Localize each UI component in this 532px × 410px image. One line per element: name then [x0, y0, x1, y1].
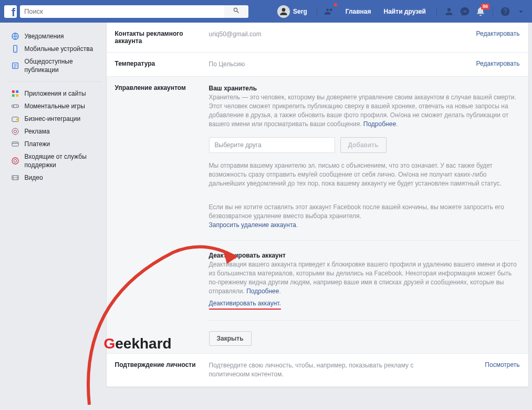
search-input[interactable]	[20, 5, 224, 18]
notifications-icon[interactable]: 86	[474, 5, 487, 18]
notifications-badge: 86	[481, 4, 489, 9]
section-separator	[209, 240, 520, 241]
sidebar-item-label: Мобильные устройства	[25, 45, 93, 53]
sidebar-item-label: Платежи	[25, 140, 50, 148]
apps-icon	[11, 89, 19, 98]
page-container: Уведомления Мобильные устройства Общедос…	[4, 23, 529, 387]
mobile-icon	[11, 45, 19, 53]
row-ad-contacts: Контакты рекламного аккаунта uriq50@gmai…	[107, 23, 528, 53]
svg-rect-6	[16, 90, 18, 93]
sidebar-item-label: Уведомления	[25, 32, 64, 40]
svg-point-10	[16, 106, 17, 106]
edit-link[interactable]: Редактировать	[476, 60, 520, 67]
deactivate-section: Деактивировать аккаунт Деактивация вашег…	[209, 251, 520, 310]
watermark-overlay: Geekhard	[104, 339, 172, 348]
lifebuoy-icon	[11, 157, 19, 165]
sidebar-item-label: Общедоступные публикации	[25, 57, 99, 74]
row-label: Подтверждение личности	[115, 361, 202, 379]
close-row: Geekhard Закрыть	[209, 331, 520, 346]
learn-more-link[interactable]: Подробнее	[246, 288, 279, 295]
search-icon	[233, 7, 240, 16]
sidebar-divider	[8, 81, 102, 82]
close-button[interactable]: Закрыть	[209, 331, 252, 346]
friends-icon[interactable]	[442, 5, 456, 18]
svg-rect-7	[12, 94, 15, 97]
badge	[334, 3, 337, 6]
user-profile-link[interactable]: Serg	[273, 5, 311, 18]
briefcase-icon	[11, 115, 19, 123]
topbar-right: Serg Главная Найти друзей 86	[273, 5, 528, 18]
edit-link[interactable]: Редактировать	[476, 30, 520, 37]
nav-home[interactable]: Главная	[340, 8, 377, 15]
sidebar-item-business[interactable]: Бизнес-интеграции	[8, 112, 102, 125]
messenger-icon[interactable]	[458, 5, 472, 18]
svg-point-3	[15, 51, 15, 52]
globe-icon	[11, 32, 19, 40]
row-label: Температура	[115, 60, 202, 69]
svg-point-15	[14, 130, 16, 132]
sidebar-item-label: Входящие от службы поддержки	[25, 152, 99, 169]
sidebar-item-games[interactable]: Моментальные игры	[8, 100, 102, 112]
manage-account-body: Ваш хранитель Хранитель — это человек, к…	[209, 84, 520, 346]
sidebar-item-label: Бизнес-интеграции	[25, 115, 81, 123]
sidebar-item-label: Реклама	[25, 127, 50, 136]
section-separator	[209, 320, 520, 321]
sidebar-item-apps[interactable]: Приложения и сайты	[8, 87, 102, 100]
row-identity: Подтверждение личности Подтвердите свою …	[107, 354, 528, 387]
svg-rect-5	[12, 90, 15, 93]
top-navbar: f Serg Главная Найти друзей	[0, 0, 532, 23]
divider	[436, 7, 437, 16]
section-desc: Деактивация вашего аккаунта приведет к б…	[209, 260, 520, 296]
choose-friend-row: Добавить	[209, 137, 520, 153]
email-note: Мы отправим вашему хранителю эл. письмо …	[209, 161, 520, 188]
legacy-contact-section: Ваш хранитель Хранитель — это человек, к…	[209, 84, 520, 230]
row-value: По Цельсию	[209, 60, 455, 69]
svg-point-18	[14, 159, 16, 162]
svg-point-14	[12, 128, 18, 135]
facebook-logo[interactable]: f	[4, 5, 17, 18]
sidebar-item-label: Моментальные игры	[25, 102, 85, 110]
svg-rect-16	[12, 142, 18, 146]
svg-point-0	[282, 8, 286, 12]
sidebar-item-support[interactable]: Входящие от службы поддержки	[8, 150, 102, 171]
learn-more-link[interactable]: Подробнее	[363, 120, 396, 128]
friend-requests-icon[interactable]	[322, 5, 336, 18]
ads-icon	[11, 127, 19, 136]
delete-note: Если вы не хотите оставлять этот аккаунт…	[209, 203, 520, 230]
user-name: Serg	[293, 8, 307, 15]
sidebar-item-notifications[interactable]: Уведомления	[8, 30, 102, 43]
row-manage-account: Управление аккаунтом Ваш хранитель Храни…	[107, 77, 528, 354]
help-icon[interactable]	[498, 5, 512, 18]
search-wrapper	[20, 5, 248, 18]
choose-friend-input[interactable]	[209, 137, 335, 153]
view-link[interactable]: Посмотреть	[485, 361, 519, 368]
settings-dropdown-icon[interactable]	[514, 5, 528, 18]
divider	[317, 7, 317, 16]
nav-find-friends[interactable]: Найти друзей	[379, 8, 431, 15]
video-icon	[11, 173, 19, 182]
sidebar-item-public-posts[interactable]: Общедоступные публикации	[8, 55, 102, 76]
gamepad-icon	[11, 102, 19, 110]
feed-icon	[11, 62, 19, 70]
deactivate-account-link[interactable]: Деактивировать аккаунт.	[209, 299, 281, 310]
section-desc: Хранитель — это человек, которому вы дов…	[209, 93, 520, 129]
row-value: Подтвердите свою личность, чтобы, наприм…	[209, 361, 455, 379]
avatar	[277, 5, 290, 18]
section-title: Ваш хранитель	[209, 84, 520, 93]
row-label: Контакты рекламного аккаунта	[115, 30, 202, 45]
svg-rect-8	[16, 94, 18, 97]
sidebar-item-video[interactable]: Видео	[8, 171, 102, 184]
search-button[interactable]	[224, 5, 248, 18]
add-friend-button[interactable]: Добавить	[340, 137, 387, 153]
sidebar-item-label: Видео	[25, 173, 43, 182]
row-temperature: Температура По Цельсию Редактировать	[107, 53, 528, 77]
sidebar-item-mobile[interactable]: Мобильные устройства	[8, 43, 102, 55]
sidebar-item-label: Приложения и сайты	[25, 89, 86, 98]
request-delete-link[interactable]: Запросить удаление аккаунта	[209, 221, 296, 229]
svg-point-11	[17, 106, 17, 107]
svg-rect-13	[16, 118, 19, 120]
sidebar-item-payments[interactable]: Платежи	[8, 138, 102, 150]
settings-sidebar: Уведомления Мобильные устройства Общедос…	[4, 23, 106, 387]
svg-point-17	[12, 158, 18, 164]
sidebar-item-ads[interactable]: Реклама	[8, 125, 102, 138]
